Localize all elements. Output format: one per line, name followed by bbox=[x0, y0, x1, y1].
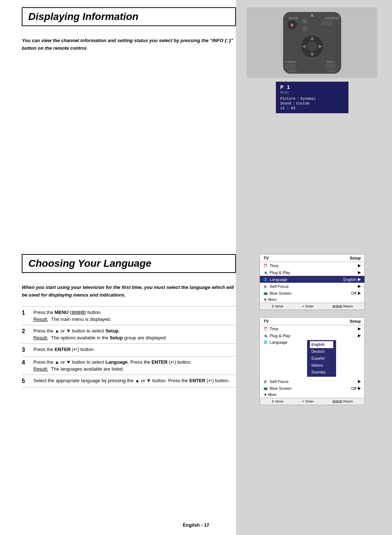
language-options: English Deutsch Español Italiano Svenska bbox=[307, 340, 336, 377]
menu1-row-plug: 🔌 Plug & Play ▶ bbox=[260, 269, 364, 276]
menu2-header: TV Setup bbox=[260, 318, 364, 325]
svg-text:🔇: 🔇 bbox=[290, 23, 294, 27]
svg-text:D.MENU: D.MENU bbox=[285, 60, 297, 64]
menu2-row-language: 🌐 Language English Deutsch Español Itali… bbox=[260, 339, 364, 378]
step-4-text: Press the ▲ or ▼ button to select Langua… bbox=[33, 359, 192, 365]
step-4: 4 Press the ▲ or ▼ button to select Lang… bbox=[22, 356, 236, 375]
menu1-row-more: ▼ More bbox=[260, 297, 364, 303]
info-display-box: P 1 Mono Picture : Dynamic Sound : Custo… bbox=[276, 82, 348, 113]
svg-text:EXIT: EXIT bbox=[328, 69, 335, 73]
channel-number: P 1 bbox=[280, 85, 344, 91]
svg-text:-: - bbox=[304, 27, 305, 31]
step-1: 1 Press the MENU (▤▤▤) button. Result: T… bbox=[22, 306, 236, 325]
section2-title: Choosing Your Language bbox=[28, 258, 229, 269]
time-row: 12 : 02 bbox=[280, 106, 344, 110]
svg-text:+: + bbox=[303, 19, 306, 23]
audio-mode: Mono bbox=[280, 91, 344, 95]
svg-rect-9 bbox=[322, 20, 332, 26]
menu2-row-more: ▼ More bbox=[260, 392, 364, 398]
section2-header: Choosing Your Language bbox=[22, 254, 236, 273]
svg-text:P: P bbox=[338, 14, 340, 17]
step-3-text: Press the ENTER (↵) button. bbox=[33, 347, 95, 352]
svg-text:MUTE: MUTE bbox=[289, 16, 298, 20]
remote-control-image: MUTE 🔇 + - SOURCE bbox=[247, 7, 377, 78]
svg-rect-19 bbox=[326, 64, 336, 69]
menu1-row-selffocus: 🔊 Self Focus ▶ bbox=[260, 283, 364, 290]
menu2-row-time: ⏰ Time ▶ bbox=[260, 325, 364, 332]
step-4-num: 4 bbox=[22, 359, 30, 366]
menu1-row-language: 🌐 Language English ▶ bbox=[260, 276, 364, 283]
section1-title: Displaying Information bbox=[28, 11, 229, 23]
step-3: 3 Press the ENTER (↵) button. bbox=[22, 343, 236, 356]
svg-rect-17 bbox=[285, 64, 296, 69]
step-5-text: Select the appropriate language by press… bbox=[33, 378, 229, 383]
tv-menu-2: TV Setup ⏰ Time ▶ 🔌 Plug & Play bbox=[260, 317, 365, 405]
step-2-text: Press the ▲ or ▼ button to select Setup. bbox=[33, 328, 167, 334]
svg-text:MENU: MENU bbox=[289, 69, 297, 73]
result-label: Result: bbox=[33, 316, 48, 322]
step-1-result: The main menu is displayed. bbox=[51, 316, 111, 322]
step-5: 5 Select the appropriate language by pre… bbox=[22, 375, 236, 388]
svg-point-11 bbox=[307, 41, 317, 52]
menu1-row-time: ⏰ Time ▶ bbox=[260, 262, 364, 269]
section2-description: When you start using your television for… bbox=[22, 284, 236, 299]
result-label-2: Result: bbox=[33, 335, 48, 340]
result-label-4: Result: bbox=[33, 366, 48, 372]
step-2-num: 2 bbox=[22, 328, 30, 335]
menu2-row-selffocus: 🔊 Self Focus ▶ bbox=[260, 378, 364, 385]
page-footer: English - 17 bbox=[183, 522, 209, 528]
section1-description: You can view the channel information and… bbox=[22, 37, 236, 52]
menu2-row-bluescreen: 📺 Blue Screen Off ▶ bbox=[260, 385, 364, 392]
menu2-row-plug: 🔌 Plug & Play ▶ bbox=[260, 332, 364, 339]
step-4-result: The languages available are listed. bbox=[51, 366, 124, 372]
step-1-text: Press the MENU (▤▤▤) button. bbox=[33, 310, 111, 315]
menu2-footer: ⇕ Move ↵ Enter ▤▤▤ Return bbox=[260, 398, 364, 405]
step-5-num: 5 bbox=[22, 378, 30, 384]
step-3-num: 3 bbox=[22, 347, 30, 353]
svg-text:SOURCE: SOURCE bbox=[325, 16, 339, 20]
step-2-result: The options available in the Setup group… bbox=[51, 335, 167, 340]
menu1-footer: ⇕ Move ↵ Enter ▤▤▤ Return bbox=[260, 303, 364, 310]
sound-row: Sound : Custom bbox=[280, 102, 344, 106]
picture-row: Picture : Dynamic bbox=[280, 97, 344, 101]
tv-menu-1: TV Setup ⏰ Time ▶ 🔌 Plug & Play bbox=[260, 254, 365, 310]
step-2: 2 Press the ▲ or ▼ button to select Setu… bbox=[22, 325, 236, 343]
svg-text:INFO: INFO bbox=[327, 60, 334, 64]
section1-header: Displaying Information bbox=[22, 7, 236, 26]
menu1-row-bluescreen: 📺 Blue Screen Off ▶ bbox=[260, 290, 364, 297]
menu1-header: TV Setup bbox=[260, 254, 364, 262]
step-1-num: 1 bbox=[22, 310, 30, 316]
